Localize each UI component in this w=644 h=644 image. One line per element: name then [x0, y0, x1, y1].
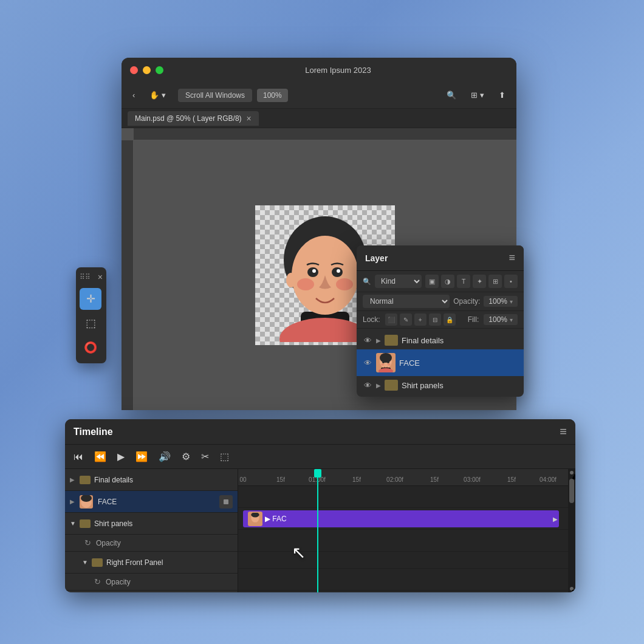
search-btn[interactable]: 🔍: [442, 88, 461, 102]
ruler-mark-15f1: 15f: [276, 476, 285, 483]
tl-name-face: FACE: [98, 498, 217, 506]
tl-settings-btn[interactable]: ⚙: [179, 448, 193, 465]
face-thumb: [376, 353, 396, 372]
tl-row-final[interactable]: ▶ Final details: [65, 469, 238, 491]
tools-close-btn[interactable]: ×: [98, 272, 103, 282]
tl-opacity-icon: ↻: [84, 538, 91, 547]
ruler-mark-15f2: 15f: [352, 476, 361, 483]
ps-toolbar: ‹ ✋ ▾ Scroll All Windows 100% 🔍 ⊞ ▾ ⬆: [122, 82, 516, 109]
track-row-shirt-opacity: [238, 552, 575, 569]
lock-fill-row: Lock: ⬛ ✎ + ⊟ 🔒 Fill: 100% ▾: [357, 311, 524, 329]
lock-position-btn[interactable]: ✎: [400, 313, 412, 326]
tl-goto-start-btn[interactable]: ⏮: [71, 449, 86, 465]
adjustment-icon[interactable]: ◑: [441, 275, 454, 288]
lock-artboard-btn[interactable]: ⊟: [429, 313, 441, 326]
tl-opacity-label: Opacity: [96, 539, 121, 547]
lasso-tool-btn[interactable]: ⭕: [80, 337, 101, 358]
tl-prev-frame-btn[interactable]: ⏪: [92, 448, 109, 465]
tl-name-final: Final details: [94, 476, 233, 484]
layer-panel-menu-btn[interactable]: ≡: [509, 252, 515, 264]
minimize-btn[interactable]: [143, 66, 151, 74]
zoom-btn[interactable]: 100%: [257, 89, 288, 102]
layout-btn[interactable]: ⊞ ▾: [466, 88, 489, 102]
ps-tab[interactable]: Main.psd @ 50% ( Layer RGB/8) ×: [128, 111, 259, 126]
smart-icon[interactable]: ⊞: [488, 275, 502, 288]
search-icon: 🔍: [363, 278, 371, 286]
timeline-controls: ⏮ ⏪ ▶ ⏩ 🔊 ⚙ ✂ ⬚: [65, 445, 575, 469]
scroll-up-btn[interactable]: ▲: [570, 471, 574, 474]
back-btn[interactable]: ‹: [128, 88, 140, 102]
maximize-btn[interactable]: [156, 66, 163, 74]
layer-name-final: Final details: [402, 336, 518, 345]
close-btn[interactable]: [130, 66, 138, 74]
vis-btn-face[interactable]: 👁: [363, 358, 372, 368]
tools-panel: ⠿⠿ × ✛ ⬚ ⭕: [76, 267, 106, 363]
lock-pixels-btn[interactable]: ⬛: [385, 313, 397, 326]
lock-icon-btn[interactable]: 🔒: [444, 313, 456, 326]
svg-point-8: [312, 269, 316, 273]
tl-row-shirt[interactable]: ▼ Shirt panels: [65, 513, 238, 535]
tl-expand-face[interactable]: ▶: [70, 498, 77, 505]
tl-row-rfp-opacity: ↻ Opacity: [65, 574, 238, 591]
tl-filter-btn[interactable]: ⬚: [218, 448, 231, 465]
tl-rfp-opacity-icon: ↻: [94, 577, 101, 586]
track-row-rfp-opacity: [238, 591, 575, 592]
ruler-mark-200f: 02:00f: [386, 476, 403, 483]
tab-close-btn[interactable]: ×: [247, 114, 252, 123]
opacity-label: Opacity:: [453, 297, 480, 306]
shape-icon[interactable]: ✦: [473, 275, 486, 288]
track-row-rfp: [238, 569, 575, 591]
share-btn[interactable]: ⬆: [494, 88, 510, 102]
folder-icon-shirt: [385, 380, 398, 391]
fill-value[interactable]: 100% ▾: [484, 314, 518, 325]
opacity-value[interactable]: 100% ▾: [484, 296, 518, 307]
lock-icon-group: ⬛ ✎ + ⊟ 🔒: [385, 313, 456, 326]
tl-face-keyframe[interactable]: [219, 495, 233, 509]
svg-point-19: [379, 368, 393, 372]
pixel-icon[interactable]: ▣: [425, 275, 439, 288]
kind-select[interactable]: Kind: [375, 275, 422, 288]
expand-final[interactable]: ▶: [376, 337, 381, 344]
tl-row-face[interactable]: ▶ FACE: [65, 491, 238, 513]
tl-scissor-btn[interactable]: ✂: [199, 448, 211, 465]
tl-expand-rfp[interactable]: ▼: [82, 559, 89, 566]
hand-tool-btn[interactable]: ✋ ▾: [145, 88, 171, 102]
track-clip-face[interactable]: ▶ FAC ▶: [243, 510, 559, 527]
layer-name-face: FACE: [399, 358, 518, 368]
tl-next-frame-btn[interactable]: ⏩: [133, 448, 150, 465]
scrollbar-thumb[interactable]: [569, 479, 574, 503]
layer-panel-title: Layer: [365, 253, 388, 263]
blend-mode-select[interactable]: Normal: [363, 295, 450, 308]
playhead[interactable]: [317, 469, 318, 592]
layer-item-final-details[interactable]: 👁 ▶ Final details: [357, 331, 524, 349]
vis-btn-shirt[interactable]: 👁: [363, 380, 372, 390]
tl-audio-btn[interactable]: 🔊: [156, 448, 173, 465]
layer-list: 👁 ▶ Final details 👁: [357, 329, 524, 397]
scroll-down-btn[interactable]: ▼: [570, 587, 574, 591]
tl-row-shirt-opacity: ↻ Opacity: [65, 535, 238, 552]
more-icon[interactable]: •: [504, 275, 518, 288]
tl-expand-final[interactable]: ▶: [70, 476, 77, 483]
track-row-face: ▶ FAC ▶: [238, 508, 575, 530]
layer-item-shirt[interactable]: 👁 ▶ Shirt panels: [357, 376, 524, 394]
lock-all-btn[interactable]: +: [414, 313, 426, 326]
blend-opacity-row: Normal Opacity: 100% ▾: [357, 292, 524, 311]
tl-play-btn[interactable]: ▶: [115, 448, 127, 465]
selection-tool-btn[interactable]: ⬚: [80, 312, 101, 334]
lock-label: Lock:: [363, 315, 380, 324]
track-row-shirt: [238, 530, 575, 552]
timeline-scrollbar[interactable]: ▲ ▼: [568, 469, 575, 592]
ruler-mark-15f4: 15f: [507, 476, 516, 483]
tl-name-rfp: Right Front Panel: [106, 558, 233, 567]
type-icon[interactable]: T: [457, 275, 470, 288]
scroll-all-btn[interactable]: Scroll All Windows: [178, 89, 252, 102]
layer-item-face[interactable]: 👁 FACE: [357, 349, 524, 376]
tl-rfp-opacity-label: Opacity: [106, 578, 131, 586]
timeline-menu-btn[interactable]: ≡: [560, 425, 567, 439]
track-row-final: [238, 486, 575, 508]
tl-row-right-front[interactable]: ▼ Right Front Panel: [65, 552, 238, 574]
svg-point-13: [380, 353, 392, 363]
vis-btn-final[interactable]: 👁: [363, 335, 372, 345]
tl-expand-shirt[interactable]: ▼: [70, 520, 77, 527]
move-tool-btn[interactable]: ✛: [80, 288, 101, 310]
